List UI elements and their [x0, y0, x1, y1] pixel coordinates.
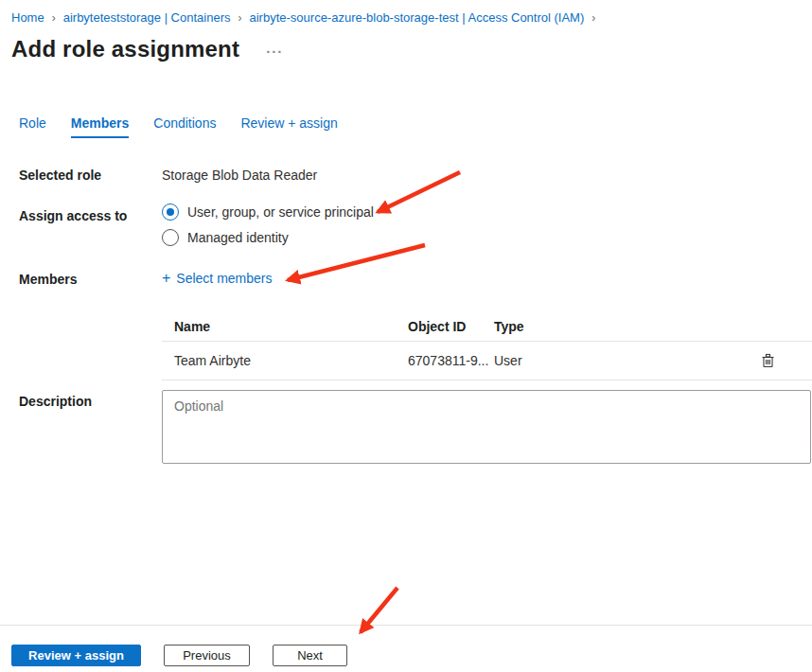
- chevron-right-icon: ›: [51, 11, 57, 25]
- column-header-name: Name: [162, 319, 408, 334]
- selected-role-value: Storage Blob Data Reader: [162, 168, 317, 183]
- delete-member-button[interactable]: [759, 351, 777, 370]
- assign-access-to-label: Assign access to: [19, 208, 127, 223]
- chevron-right-icon: ›: [591, 11, 596, 25]
- more-options-icon[interactable]: ···: [266, 47, 283, 57]
- breadcrumb-access-control-link[interactable]: airbyte-source-azure-blob-storage-test |…: [250, 10, 585, 25]
- column-header-object-id: Object ID: [408, 319, 494, 334]
- tab-role[interactable]: Role: [19, 115, 46, 138]
- annotation-arrow: [288, 245, 425, 280]
- footer-divider: [0, 625, 812, 626]
- radio-user-group-service-principal[interactable]: User, group, or service principal: [162, 203, 374, 221]
- select-members-label: Select members: [176, 271, 272, 286]
- chevron-right-icon: ›: [238, 11, 243, 25]
- review-assign-button[interactable]: Review + assign: [11, 645, 141, 666]
- page-title: Add role assignment: [11, 36, 239, 62]
- breadcrumb-home-link[interactable]: Home: [11, 10, 44, 25]
- members-table: Name Object ID Type Team Airbyte 6707381…: [162, 312, 812, 380]
- member-object-id-cell: 67073811-9...: [408, 353, 494, 368]
- title-row: Add role assignment ···: [11, 36, 283, 62]
- members-label: Members: [19, 272, 77, 287]
- radio-managed-identity[interactable]: Managed identity: [162, 228, 374, 247]
- tab-strip: Role Members Conditions Review + assign: [19, 115, 338, 138]
- trash-icon: [761, 353, 775, 368]
- description-textarea[interactable]: [162, 390, 811, 464]
- footer-buttons: Review + assign Previous Next: [11, 645, 347, 666]
- radio-unselected-icon: [162, 229, 179, 246]
- tab-members[interactable]: Members: [71, 115, 129, 138]
- breadcrumb-containers-link[interactable]: airbyteteststorage | Containers: [63, 10, 231, 25]
- radio-option-label: Managed identity: [187, 230, 289, 245]
- annotation-arrow: [378, 172, 460, 212]
- assign-access-radio-group: User, group, or service principal Manage…: [162, 203, 374, 247]
- selected-role-label: Selected role: [19, 168, 101, 183]
- tab-conditions[interactable]: Conditions: [153, 115, 216, 138]
- select-members-link[interactable]: + Select members: [162, 271, 273, 286]
- member-type-cell: User: [494, 353, 759, 368]
- radio-option-label: User, group, or service principal: [187, 204, 374, 220]
- table-row: Team Airbyte 67073811-9... User: [162, 342, 812, 380]
- description-label: Description: [19, 394, 92, 409]
- previous-button[interactable]: Previous: [164, 645, 250, 666]
- radio-selected-icon: [162, 203, 179, 221]
- next-button[interactable]: Next: [273, 645, 347, 666]
- column-header-type: Type: [494, 319, 759, 334]
- tab-review-assign[interactable]: Review + assign: [240, 115, 337, 138]
- add-role-assignment-page: { "breadcrumb": { "separator": "›", "ite…: [0, 0, 812, 672]
- member-name-cell: Team Airbyte: [162, 353, 408, 368]
- breadcrumb: Home › airbyteteststorage | Containers ›…: [11, 10, 596, 25]
- members-table-header: Name Object ID Type: [162, 312, 812, 342]
- plus-icon: +: [162, 272, 170, 285]
